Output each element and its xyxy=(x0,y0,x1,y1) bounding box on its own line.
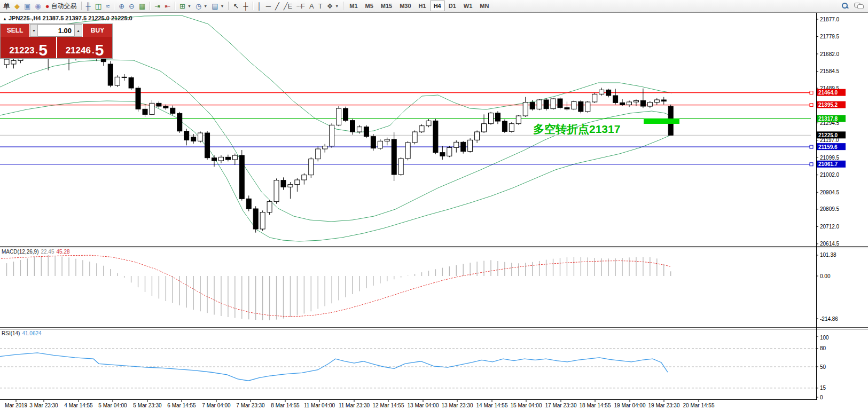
buy-price-fraction: 5 xyxy=(95,43,104,57)
volume-input[interactable] xyxy=(38,24,74,37)
text-icon: A xyxy=(309,3,314,10)
candle-body xyxy=(170,108,175,113)
buy-price[interactable]: 21246.5 xyxy=(57,37,112,58)
timeframe-m1-button[interactable]: M1 xyxy=(346,1,361,11)
volume-increase-button[interactable]: ▴ xyxy=(74,24,82,37)
hline-marker[interactable] xyxy=(810,104,813,107)
time-axis-label: Mar 2019 xyxy=(5,403,28,408)
candle-body xyxy=(232,155,237,160)
timeframe-m15-button[interactable]: M15 xyxy=(377,1,396,11)
toolbar-separator xyxy=(114,2,114,10)
candle-body xyxy=(613,96,618,102)
candle-body xyxy=(246,199,251,209)
candle-body xyxy=(585,102,590,112)
hline-marker[interactable] xyxy=(810,91,813,94)
macd-signal-line xyxy=(1,255,671,316)
indicators-button-caret-icon[interactable]: ▼ xyxy=(221,4,224,8)
hline-marker[interactable] xyxy=(810,145,813,148)
timeframe-mn-button[interactable]: MN xyxy=(476,1,492,11)
channel-icon: ╱E xyxy=(284,3,293,10)
quote-panel: SELL ▾ ▴ BUY 21223.5 21246.5 xyxy=(0,23,113,59)
candle-body xyxy=(454,142,459,147)
time-axis-label: 7 Mar 04:00 xyxy=(202,403,231,408)
pivot-highlight-rect[interactable] xyxy=(644,119,679,124)
periods-button[interactable]: ◷▼ xyxy=(193,2,209,10)
auto-scroll-button[interactable]: ⇥ xyxy=(152,2,162,10)
chart-title: ▲JPN225-,H4 21387.5 21397.5 21225.0 2122… xyxy=(3,15,132,21)
timeframe-d1-button[interactable]: D1 xyxy=(445,1,460,11)
text-label-button[interactable]: T xyxy=(316,2,325,10)
search-icon[interactable] xyxy=(841,2,849,10)
sell-price-dot: . xyxy=(35,46,38,55)
buy-price-main: 21246 xyxy=(66,46,91,55)
autotrade-button[interactable]: ●自动交易 xyxy=(43,2,79,10)
new-order-button[interactable]: 单 xyxy=(1,2,12,10)
hline-price-flag-label: 21317.8 xyxy=(818,116,838,122)
package-icon-button[interactable]: ◆ xyxy=(12,2,22,10)
collapse-triangle-icon[interactable]: ▲ xyxy=(3,17,7,21)
chat-icon[interactable] xyxy=(854,2,864,10)
timeframe-h1-button[interactable]: H1 xyxy=(415,1,430,11)
bar-chart-icon: ╫ xyxy=(86,3,91,10)
bar-chart-button[interactable]: ╫ xyxy=(84,2,93,10)
editor-icon-button[interactable]: ▣ xyxy=(22,2,33,10)
indicators-button[interactable]: ▤▼ xyxy=(209,2,226,10)
candle-body xyxy=(316,149,320,159)
time-axis-label: 3 Mar 23:30 xyxy=(29,403,58,408)
arrows-button[interactable]: ❖▼ xyxy=(325,2,341,10)
macd-signal-value: 45.28 xyxy=(57,249,70,255)
line-chart-button[interactable]: ≈ xyxy=(104,2,112,10)
arrows-button-caret-icon[interactable]: ▼ xyxy=(335,4,339,8)
text-button[interactable]: A xyxy=(307,2,316,10)
timeframe-m30-button[interactable]: M30 xyxy=(396,1,415,11)
horizontal-line-button[interactable]: ─ xyxy=(264,2,273,10)
candle-body xyxy=(323,146,327,149)
candle-body xyxy=(364,127,369,137)
periods-button-caret-icon[interactable]: ▼ xyxy=(204,4,207,8)
fibonacci-button[interactable]: ┄F xyxy=(294,2,307,10)
price-axis-tick-label: 20614.5 xyxy=(820,241,840,247)
signal-icon-button[interactable]: ◉ xyxy=(33,2,43,10)
timeframe-h4-button[interactable]: H4 xyxy=(430,1,445,11)
time-axis-label: 5 Mar 04:00 xyxy=(98,403,127,408)
tile-windows-button[interactable]: ▦ xyxy=(137,2,147,10)
trendline-button[interactable]: ╱ xyxy=(273,2,281,10)
candle-body xyxy=(115,77,120,85)
fibonacci-icon: ┄F xyxy=(296,3,305,10)
zoom-in-button[interactable]: ⊕ xyxy=(116,2,127,10)
candle-body xyxy=(578,101,583,112)
candle-body xyxy=(378,141,382,148)
pivot-annotation-text[interactable]: 多空转折点21317 xyxy=(533,122,620,137)
cursor-button[interactable]: ↖ xyxy=(231,2,241,10)
timeframe-m5-button[interactable]: M5 xyxy=(362,1,377,11)
candle-body xyxy=(198,133,203,141)
candle-body xyxy=(551,99,556,109)
vertical-line-button[interactable]: │ xyxy=(255,2,264,10)
vertical-line-icon: │ xyxy=(257,3,262,10)
line-chart-icon: ≈ xyxy=(106,3,110,10)
candle-body xyxy=(634,100,638,102)
autotrade-icon: ● xyxy=(45,3,50,10)
channel-button[interactable]: ╱E xyxy=(281,2,295,10)
hline-marker[interactable] xyxy=(810,163,813,166)
templates-button[interactable]: ⊞▼ xyxy=(177,2,193,10)
candle-body xyxy=(225,157,230,160)
candle-body xyxy=(516,116,521,124)
volume-decrease-button[interactable]: ▾ xyxy=(30,24,38,37)
crosshair-button[interactable]: ┼ xyxy=(241,2,250,10)
sell-price[interactable]: 21223.5 xyxy=(1,37,57,58)
candle-body xyxy=(482,124,487,132)
time-axis-label: 12 Mar 14:55 xyxy=(373,403,404,408)
buy-button[interactable]: BUY xyxy=(82,24,112,37)
auto-scroll-icon: ⇥ xyxy=(154,3,160,10)
zoom-out-button[interactable]: ⊖ xyxy=(127,2,137,10)
time-axis-label: 6 Mar 14:55 xyxy=(167,403,196,408)
sell-button[interactable]: SELL xyxy=(1,24,30,37)
chart-shift-button[interactable]: ⇤ xyxy=(162,2,173,10)
templates-button-caret-icon[interactable]: ▼ xyxy=(187,4,191,8)
candle-body xyxy=(433,121,438,152)
candle-body xyxy=(150,103,154,114)
timeframe-w1-button[interactable]: W1 xyxy=(460,1,476,11)
candle-body xyxy=(468,140,473,151)
candlestick-button[interactable]: ◫ xyxy=(93,2,104,10)
